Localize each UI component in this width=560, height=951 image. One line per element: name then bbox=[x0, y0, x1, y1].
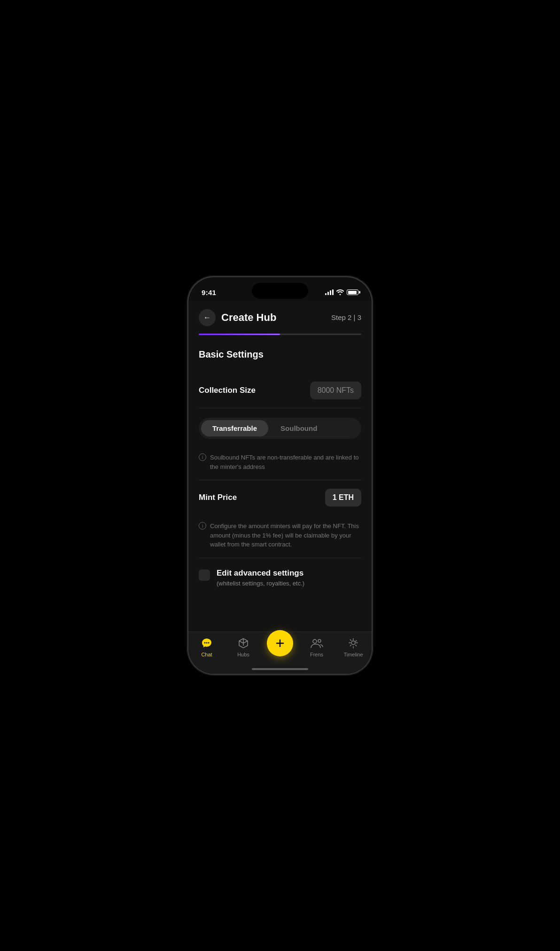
nav-item-chat[interactable]: Chat bbox=[190, 637, 223, 657]
frens-icon bbox=[310, 637, 323, 650]
timeline-nav-label: Timeline bbox=[343, 652, 363, 657]
mint-price-label: Mint Price bbox=[199, 493, 237, 502]
hubs-nav-label: Hubs bbox=[237, 652, 249, 657]
chat-nav-label: Chat bbox=[201, 652, 212, 657]
wifi-icon bbox=[336, 289, 344, 295]
divider-1 bbox=[199, 408, 361, 408]
header-left: ← Create Hub bbox=[199, 309, 276, 326]
scroll-content[interactable]: Basic Settings Collection Size 8000 NFTs… bbox=[188, 344, 372, 631]
nav-item-add[interactable] bbox=[264, 637, 296, 656]
nav-item-frens[interactable]: Frens bbox=[300, 637, 333, 657]
advanced-settings-label: Edit advanced settings bbox=[217, 569, 361, 578]
advanced-settings-checkbox[interactable] bbox=[199, 569, 210, 581]
step-label: Step 2 | 3 bbox=[331, 313, 361, 321]
frens-nav-label: Frens bbox=[310, 652, 323, 657]
svg-point-2 bbox=[208, 642, 210, 644]
svg-point-5 bbox=[351, 641, 355, 645]
phone-frame: 9:41 ← bbox=[188, 277, 372, 674]
status-icons bbox=[325, 289, 358, 295]
svg-point-1 bbox=[206, 642, 208, 644]
mint-price-info: i Configure the amount minters will pay … bbox=[199, 515, 361, 558]
info-icon-soulbound: i bbox=[199, 453, 206, 461]
bottom-nav: Chat Hubs bbox=[188, 631, 372, 674]
advanced-settings-row: Edit advanced settings (whitelist settin… bbox=[199, 558, 361, 592]
step-indicator: Step 2 | 3 bbox=[331, 313, 361, 322]
add-button[interactable] bbox=[267, 630, 293, 656]
progress-bar-container bbox=[188, 334, 372, 344]
status-time: 9:41 bbox=[202, 288, 216, 296]
hubs-icon bbox=[237, 637, 250, 650]
mint-price-row: Mint Price 1 ETH bbox=[199, 480, 361, 515]
tab-soulbound[interactable]: Soulbound bbox=[269, 420, 328, 437]
collection-size-label: Collection Size bbox=[199, 386, 256, 395]
page-header: ← Create Hub Step 2 | 3 bbox=[188, 301, 372, 334]
advanced-settings-sublabel: (whitelist settings, royalties, etc.) bbox=[217, 580, 361, 587]
svg-point-3 bbox=[313, 639, 317, 643]
soulbound-info-text: Soulbound NFTs are non-transferable and … bbox=[210, 453, 361, 471]
progress-fill bbox=[199, 334, 280, 335]
timeline-icon bbox=[347, 637, 360, 650]
progress-track bbox=[199, 334, 361, 335]
tab-transferrable[interactable]: Transferrable bbox=[201, 420, 268, 437]
nav-item-timeline[interactable]: Timeline bbox=[337, 637, 370, 657]
signal-icon bbox=[325, 289, 334, 295]
screen-content: ← Create Hub Step 2 | 3 Basic Settings C… bbox=[188, 301, 372, 674]
advanced-settings-content: Edit advanced settings (whitelist settin… bbox=[217, 569, 361, 587]
svg-point-4 bbox=[318, 639, 321, 642]
nav-item-hubs[interactable]: Hubs bbox=[227, 637, 260, 657]
dynamic-island bbox=[252, 283, 308, 299]
info-icon-mint: i bbox=[199, 522, 206, 530]
mint-price-info-text: Configure the amount minters will pay fo… bbox=[210, 522, 361, 549]
page-title: Create Hub bbox=[221, 312, 276, 324]
soulbound-info: i Soulbound NFTs are non-transferable an… bbox=[199, 446, 361, 480]
collection-size-row: Collection Size 8000 NFTs bbox=[199, 373, 361, 408]
home-indicator bbox=[252, 668, 308, 670]
section-title: Basic Settings bbox=[199, 349, 361, 360]
collection-size-value[interactable]: 8000 NFTs bbox=[310, 382, 361, 399]
chat-icon bbox=[200, 637, 213, 650]
transfer-type-toggle: Transferrable Soulbound bbox=[199, 418, 361, 439]
battery-icon bbox=[347, 289, 358, 295]
back-arrow-icon: ← bbox=[203, 313, 211, 322]
mint-price-value[interactable]: 1 ETH bbox=[325, 489, 361, 507]
back-button[interactable]: ← bbox=[199, 309, 216, 326]
svg-point-0 bbox=[204, 642, 206, 644]
